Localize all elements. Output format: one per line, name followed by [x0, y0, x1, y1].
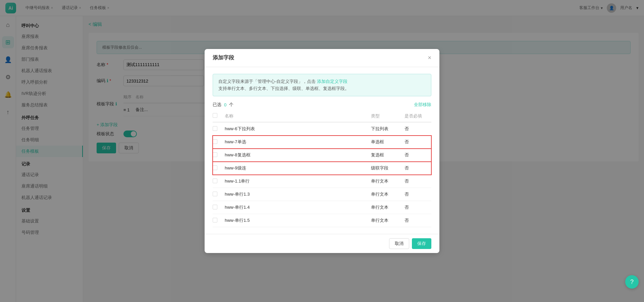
notice-box: 自定义字段来源于「管理中心-自定义字段」，点击 添加自定义字段 支持单行文本、多…: [213, 74, 431, 97]
row-checkbox[interactable]: [213, 192, 217, 196]
selected-prefix: 已选: [213, 102, 221, 108]
selected-info: 已选 0 个 全部移除: [213, 102, 431, 108]
row-name: hww-1.1单行: [225, 178, 371, 184]
help-float-button[interactable]: ?: [625, 275, 639, 289]
modal-table-row: hww-单行1.4 单行文本 否: [213, 201, 431, 214]
row-required: 否: [405, 152, 431, 158]
row-name: hww-6下拉列表: [225, 126, 371, 132]
col-name-header: 名称: [225, 113, 371, 119]
row-name: hww-8复选框: [225, 152, 371, 158]
row-required: 否: [405, 165, 431, 171]
row-required: 否: [405, 178, 431, 184]
notice-line2: 支持单行文本、多行文本、下拉选择、级联、单选框、复选框字段。: [218, 86, 349, 91]
row-type: 下拉列表: [371, 126, 405, 132]
row-required: 否: [405, 139, 431, 145]
row-checkbox[interactable]: [213, 139, 217, 144]
modal-close-button[interactable]: ×: [428, 54, 431, 61]
row-required: 否: [405, 126, 431, 132]
col-checkbox-header: [213, 113, 225, 119]
row-type: 单行文本: [371, 178, 405, 184]
modal-table-header: 名称 类型 是否必填: [213, 110, 431, 122]
row-type: 单行文本: [371, 204, 405, 210]
modal-header: 添加字段 ×: [205, 49, 439, 67]
row-name: hww-7单选: [225, 139, 371, 145]
row-name: hww-单行1.3: [225, 191, 371, 197]
col-type-header: 类型: [371, 113, 405, 119]
modal-save-button[interactable]: 保存: [412, 238, 431, 249]
row-type: 单选框: [371, 139, 405, 145]
modal-cancel-button[interactable]: 取消: [389, 238, 409, 249]
row-required: 否: [405, 204, 431, 210]
modal-table-row: hww-单行1.5 单行文本 否: [213, 214, 431, 227]
modal-table-row: hww-1.1单行 单行文本 否: [213, 175, 431, 188]
modal-body: 自定义字段来源于「管理中心-自定义字段」，点击 添加自定义字段 支持单行文本、多…: [205, 67, 439, 234]
row-type: 级联字段: [371, 165, 405, 171]
row-type: 复选框: [371, 152, 405, 158]
modal-table-row: hww-7单选 单选框 否: [213, 136, 431, 149]
modal-table-row: hww-9级连 级联字段 否: [213, 162, 431, 175]
row-checkbox[interactable]: [213, 152, 217, 157]
row-checkbox[interactable]: [213, 165, 217, 170]
help-icon: ?: [630, 279, 634, 286]
add-field-modal: 添加字段 × 自定义字段来源于「管理中心-自定义字段」，点击 添加自定义字段 支…: [205, 49, 439, 253]
row-checkbox[interactable]: [213, 179, 217, 183]
modal-title: 添加字段: [213, 54, 234, 61]
notice-link[interactable]: 添加自定义字段: [317, 79, 347, 84]
modal-table-row: hww-单行1.3 单行文本 否: [213, 188, 431, 201]
row-type: 单行文本: [371, 217, 405, 223]
row-checkbox[interactable]: [213, 205, 217, 209]
remove-all-btn[interactable]: 全部移除: [414, 102, 431, 108]
modal-overlay: 添加字段 × 自定义字段来源于「管理中心-自定义字段」，点击 添加自定义字段 支…: [0, 0, 644, 302]
select-all-checkbox[interactable]: [213, 113, 217, 118]
selected-suffix: 个: [229, 102, 233, 108]
row-name: hww-9级连: [225, 165, 371, 171]
row-checkbox[interactable]: [213, 126, 217, 131]
row-name: hww-单行1.5: [225, 217, 371, 223]
row-name: hww-单行1.4: [225, 204, 371, 210]
row-required: 否: [405, 217, 431, 223]
selected-count: 0: [224, 102, 226, 107]
modal-table-body: hww-6下拉列表 下拉列表 否 hww-7单选 单选框 否 hww-8复选框 …: [213, 122, 431, 227]
modal-table-row: hww-6下拉列表 下拉列表 否: [213, 122, 431, 136]
notice-text: 自定义字段来源于「管理中心-自定义字段」，点击: [218, 79, 317, 84]
row-checkbox[interactable]: [213, 218, 217, 222]
row-required: 否: [405, 191, 431, 197]
modal-footer: 取消 保存: [205, 234, 439, 253]
modal-table-row: hww-8复选框 复选框 否: [213, 149, 431, 162]
row-type: 单行文本: [371, 191, 405, 197]
col-required-header: 是否必填: [405, 113, 431, 119]
